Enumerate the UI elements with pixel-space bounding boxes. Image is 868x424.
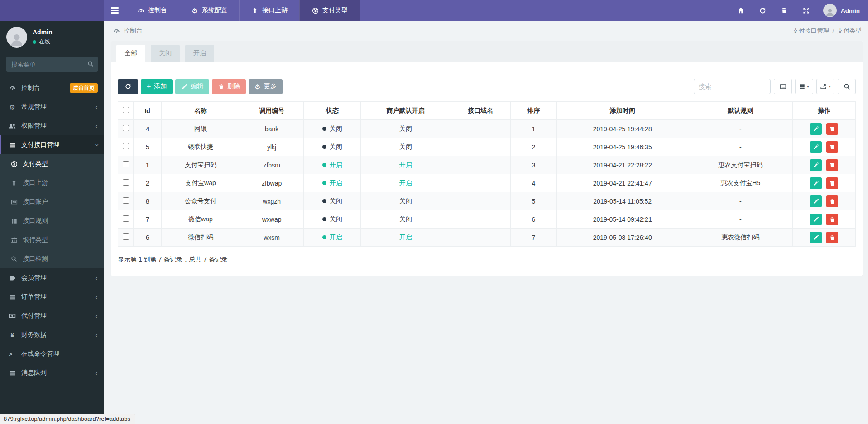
col-header[interactable]: 状态 [304,102,360,120]
sidebar-subitem-check[interactable]: 接口检测 [0,249,104,268]
sidebar-item-label: 支付类型 [23,160,48,168]
sidebar-subitem-bank-type[interactable]: 银行类型 [0,230,104,249]
user-menu[interactable]: Admin [823,4,860,17]
row-checkbox[interactable] [123,143,129,149]
export-button[interactable]: ▾ [816,79,834,94]
nav-tab-upstream[interactable]: 接口上游 [239,0,299,21]
col-header[interactable]: 默认规则 [688,102,793,120]
col-header[interactable]: 排序 [510,102,557,120]
row-edit-button[interactable] [810,141,822,153]
col-header[interactable]: 商户默认开启 [360,102,451,120]
hamburger-icon [111,7,119,14]
table-row: 7 微信wap wxwap 关闭 关闭 6 2019-05-14 09:42:2… [118,210,856,229]
row-delete-button[interactable] [826,141,838,153]
row-edit-button[interactable] [810,159,822,171]
col-header[interactable]: 名称 [162,102,240,120]
table-toolbar: +添加 编辑 删除 ⚙更多 ▾ ▾ [118,79,856,94]
gear-icon: ⚙ [254,83,260,90]
nav-tab-system-config[interactable]: ⚙ 系统配置 [179,0,239,21]
row-checkbox[interactable] [123,197,129,204]
clear-cache-trash-icon[interactable] [780,6,789,15]
mug-icon [8,275,17,281]
add-button[interactable]: +添加 [141,79,173,94]
col-header[interactable]: 接口域名 [451,102,510,120]
row-delete-button[interactable] [826,232,838,243]
tab-closed[interactable]: 关闭 [151,45,180,62]
sidebar-menu: 控制台 后台首页 ⚙ 常规管理 ‹ 权限管理 ‹ 支付接口管理 ‹ [0,78,104,382]
breadcrumb-parent[interactable]: 支付接口管理 [792,27,829,35]
nav-tab-pay-type[interactable]: 支付类型 [299,0,360,21]
row-edit-button[interactable] [810,232,822,243]
sidebar-subitem-upstream[interactable]: 接口上游 [0,173,104,192]
select-all-checkbox[interactable] [123,107,129,113]
row-checkbox[interactable] [123,125,129,131]
sidebar-item-general[interactable]: ⚙ 常规管理 ‹ [0,97,104,116]
sidebar-item-commands[interactable]: >_ 在线命令管理 [0,344,104,363]
sidebar-item-pay-interface[interactable]: 支付接口管理 ‹ [0,135,104,154]
edit-button[interactable]: 编辑 [175,79,209,94]
gauge-icon [113,28,120,34]
table-panel: 全部 关闭 开启 +添加 编辑 删除 ⚙更多 ▾ [111,41,863,276]
home-icon[interactable] [736,6,745,15]
sidebar-item-finance[interactable]: ¥ 财务数据 ‹ [0,325,104,344]
id-card-icon [10,199,18,205]
sidebar-toggle-button[interactable] [104,0,125,21]
sidebar-subitem-accounts[interactable]: 接口账户 [0,192,104,211]
detail-view-button[interactable] [774,79,792,94]
sidebar-item-permissions[interactable]: 权限管理 ‹ [0,116,104,135]
row-delete-button[interactable] [826,214,838,225]
delete-button[interactable]: 删除 [212,79,246,94]
row-checkbox[interactable] [123,161,129,167]
sidebar-item-orders[interactable]: 订单管理 ‹ [0,287,104,306]
username: Admin [841,7,860,14]
breadcrumb-current[interactable]: 支付类型 [837,27,862,35]
sidebar-item-label: 银行类型 [23,236,48,244]
sidebar-subitem-rules[interactable]: 接口规则 [0,211,104,230]
menu-search-input[interactable] [6,57,98,72]
sidebar-item-label: 接口规则 [23,217,48,225]
search-icon [10,256,18,262]
row-delete-button[interactable] [826,123,838,135]
row-delete-button[interactable] [826,159,838,171]
columns-button[interactable]: ▾ [795,79,813,94]
sidebar-item-dashboard[interactable]: 控制台 后台首页 [0,78,104,97]
col-header[interactable]: 调用编号 [240,102,304,120]
refresh-icon[interactable] [758,6,767,15]
nav-tab-dashboard[interactable]: 控制台 [125,0,179,21]
status-badge: 开启 [330,161,342,169]
tab-all[interactable]: 全部 [116,45,145,62]
row-checkbox[interactable] [123,215,129,222]
sidebar-item-message-queue[interactable]: 消息队列 ‹ [0,363,104,382]
tab-open[interactable]: 开启 [185,45,214,62]
chevron-left-icon: ‹ [95,331,98,339]
col-header[interactable]: Id [134,102,162,120]
row-edit-button[interactable] [810,214,822,225]
row-edit-button[interactable] [810,123,822,135]
sidebar-item-members[interactable]: 会员管理 ‹ [0,268,104,287]
navbar-tabs: 控制台 ⚙ 系统配置 接口上游 支付类型 [125,0,360,21]
fullscreen-icon[interactable] [801,6,810,15]
refresh-icon [125,83,131,90]
caret-down-icon: ▾ [807,84,809,89]
sidebar-item-payouts[interactable]: 代付管理 ‹ [0,306,104,325]
list-icon [8,142,17,148]
row-checkbox[interactable] [123,179,129,186]
users-icon [8,122,17,129]
status-dot-icon [322,217,326,221]
row-edit-button[interactable] [810,177,822,189]
col-header[interactable]: 添加时间 [557,102,688,120]
table-search-input[interactable] [694,79,771,94]
sidebar-subitem-pay-type[interactable]: 支付类型 [0,154,104,173]
nav-tab-label: 控制台 [148,6,167,14]
row-checkbox[interactable] [123,233,129,240]
row-delete-button[interactable] [826,195,838,207]
row-edit-button[interactable] [810,195,822,207]
row-delete-button[interactable] [826,177,838,189]
brand-area [0,0,104,21]
refresh-button[interactable] [118,79,138,94]
more-button[interactable]: ⚙更多 [249,79,282,94]
pay-type-icon [10,161,18,167]
sidebar-search [6,57,98,72]
sidebar-item-label: 财务数据 [21,331,47,339]
search-toggle-button[interactable] [838,79,856,94]
